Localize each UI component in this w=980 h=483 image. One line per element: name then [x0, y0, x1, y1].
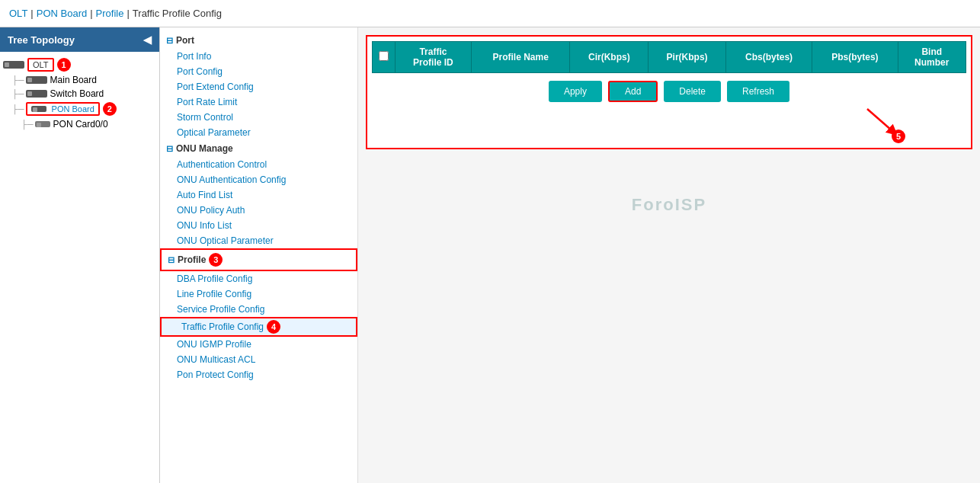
table-header-cir: Cir(Kbps): [570, 42, 649, 73]
left-nav: ⊟ Port Port Info Port Config Port Extend…: [160, 27, 358, 483]
nav-item-onu-auth-config[interactable]: ONU Authentication Config: [160, 172, 357, 187]
table-container: TrafficProfile ID Profile Name Cir(Kbps)…: [366, 35, 972, 149]
switch-board-label: Switch Board: [50, 88, 104, 99]
switch-board-icon: [26, 90, 47, 98]
add-button[interactable]: Add: [608, 81, 658, 102]
nav-item-pon-protect-config[interactable]: Pon Protect Config: [160, 367, 357, 382]
content-area: ⊟ Port Port Info Port Config Port Extend…: [160, 27, 980, 483]
onu-manage-section-label: ONU Manage: [176, 143, 233, 154]
nav-item-line-profile[interactable]: Line Profile Config: [160, 286, 357, 302]
nav-item-onu-info-list[interactable]: ONU Info List: [160, 218, 357, 233]
right-panel: TrafficProfile ID Profile Name Cir(Kbps)…: [358, 27, 980, 483]
connector-switch-board: ├─: [12, 89, 24, 98]
breadcrumb-pon-board[interactable]: PON Board: [37, 8, 87, 19]
breadcrumb-profile[interactable]: Profile: [96, 8, 124, 19]
pon-board-badge: 2: [103, 102, 117, 116]
nav-item-dba-profile[interactable]: DBA Profile Config: [160, 271, 357, 286]
nav-item-traffic-profile[interactable]: Traffic Profile Config 4: [160, 317, 357, 337]
pon-board-label: PON Board: [52, 104, 94, 114]
select-all-checkbox[interactable]: [379, 51, 389, 61]
pon-board-button[interactable]: PON Board: [26, 102, 100, 116]
sidebar-header: Tree Topology ◀: [0, 27, 159, 52]
connector-pon-card: ├─: [21, 120, 34, 129]
breadcrumb-page: Traffic Profile Config: [133, 8, 222, 19]
table-header-pir: Pir(Kbps): [649, 42, 726, 73]
pon-card-icon: [35, 121, 50, 127]
table-header-profile-id: TrafficProfile ID: [396, 42, 472, 73]
nav-item-port-info[interactable]: Port Info: [160, 49, 357, 64]
profile-badge: 3: [209, 253, 223, 267]
watermark: ForoISP: [366, 149, 972, 261]
table-header-pbs: Pbs(bytes): [812, 42, 898, 73]
nav-item-onu-policy-auth[interactable]: ONU Policy Auth: [160, 203, 357, 218]
tree-node-pon-card[interactable]: ├─ PON Card0/0: [3, 117, 156, 131]
sidebar-collapse-button[interactable]: ◀: [143, 34, 152, 46]
tree-node-pon-board[interactable]: ├─ PON Board 2: [3, 101, 156, 117]
breadcrumb-olt[interactable]: OLT: [9, 8, 27, 19]
onu-manage-expand-icon: ⊟: [166, 144, 173, 154]
table-header-cbs: Cbs(bytes): [725, 42, 812, 73]
table-header-bind-number: BindNumber: [898, 42, 966, 73]
nav-item-onu-igmp-profile[interactable]: ONU IGMP Profile: [160, 337, 357, 352]
traffic-profile-label: Traffic Profile Config: [181, 321, 264, 332]
tree-node-olt[interactable]: OLT 1: [3, 56, 156, 73]
traffic-profile-badge: 4: [267, 320, 280, 334]
connector-main-board: ├─: [12, 75, 24, 85]
olt-label: OLT: [33, 60, 49, 69]
nav-section-onu-manage[interactable]: ⊟ ONU Manage: [160, 140, 357, 157]
nav-section-profile[interactable]: ⊟ Profile 3: [160, 248, 357, 271]
main-board-label: Main Board: [50, 75, 97, 85]
nav-item-onu-multicast-acl[interactable]: ONU Multicast ACL: [160, 352, 357, 367]
pon-card-label: PON Card0/0: [53, 119, 108, 130]
nav-item-service-profile[interactable]: Service Profile Config: [160, 302, 357, 317]
breadcrumb-sep3: |: [127, 8, 129, 19]
annotation-area: 5: [372, 105, 966, 143]
connector-pon-board: ├─: [12, 104, 24, 114]
nav-item-auto-find-list[interactable]: Auto Find List: [160, 187, 357, 203]
port-expand-icon: ⊟: [166, 36, 173, 46]
button-toolbar: Apply Add Delete Refresh: [372, 73, 966, 105]
table-header-profile-name: Profile Name: [471, 42, 570, 73]
traffic-profile-table: TrafficProfile ID Profile Name Cir(Kbps)…: [372, 41, 966, 73]
breadcrumb: OLT | PON Board | Profile | Traffic Prof…: [0, 0, 980, 27]
breadcrumb-sep1: |: [30, 8, 33, 19]
main-board-icon: [26, 76, 47, 84]
nav-item-auth-control[interactable]: Authentication Control: [160, 157, 357, 172]
nav-section-port[interactable]: ⊟ Port: [160, 32, 357, 49]
delete-button[interactable]: Delete: [664, 81, 721, 102]
annotation-badge-5: 5: [892, 130, 905, 143]
refresh-button[interactable]: Refresh: [727, 81, 789, 102]
profile-section-label: Profile: [178, 254, 206, 265]
sidebar-title: Tree Topology: [8, 34, 75, 46]
olt-button[interactable]: OLT: [27, 58, 54, 72]
olt-badge: 1: [57, 58, 71, 72]
nav-item-optical-parameter[interactable]: Optical Parameter: [160, 125, 357, 140]
olt-device-icon: [3, 61, 24, 69]
tree-node-switch-board[interactable]: ├─ Switch Board: [3, 87, 156, 101]
nav-item-onu-optical-param[interactable]: ONU Optical Parameter: [160, 233, 357, 248]
nav-item-port-extend-config[interactable]: Port Extend Config: [160, 79, 357, 94]
sidebar: Tree Topology ◀ OLT 1 ├─ Main Board ├─: [0, 27, 160, 483]
breadcrumb-sep2: |: [90, 8, 92, 19]
nav-item-port-config[interactable]: Port Config: [160, 64, 357, 79]
port-section-label: Port: [176, 35, 194, 46]
profile-expand-icon: ⊟: [168, 255, 175, 265]
tree-node-main-board[interactable]: ├─ Main Board: [3, 73, 156, 87]
table-header-checkbox: [373, 42, 396, 73]
nav-item-storm-control[interactable]: Storm Control: [160, 110, 357, 125]
tree-area: OLT 1 ├─ Main Board ├─ Switch Board ├─: [0, 52, 159, 483]
arrow-annotation: 5: [860, 105, 905, 143]
apply-button[interactable]: Apply: [549, 81, 602, 102]
pon-board-device-icon: [31, 106, 46, 112]
nav-item-port-rate-limit[interactable]: Port Rate Limit: [160, 94, 357, 110]
